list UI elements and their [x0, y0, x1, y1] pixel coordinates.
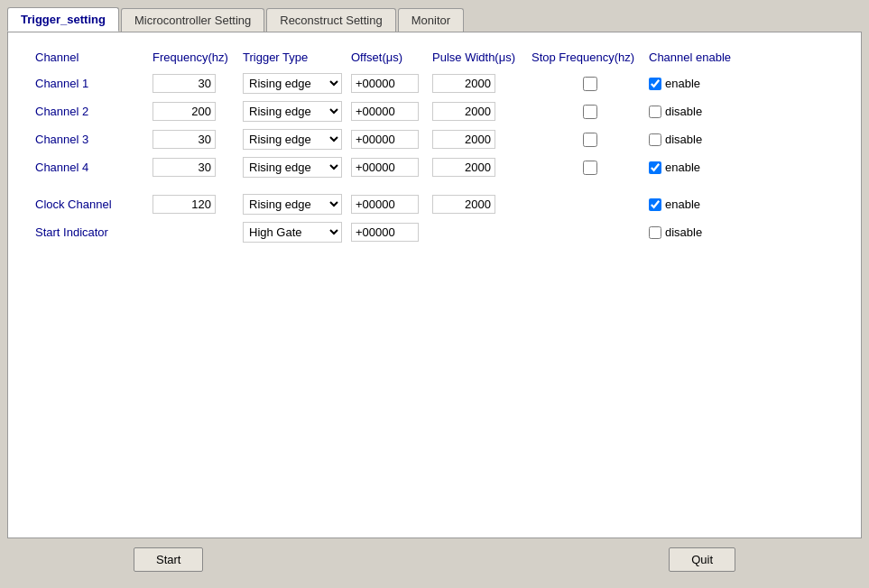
start-indicator-enable-checkbox[interactable]: [649, 226, 661, 239]
header-trigger-type: Trigger Type: [243, 51, 351, 64]
column-headers: Channel Frequency(hz) Trigger Type Offse…: [35, 51, 834, 64]
channel-1-label: Channel 1: [35, 77, 153, 90]
channel-4-pulse-input[interactable]: [432, 158, 495, 177]
channel-3-trigger-select[interactable]: Rising edge Falling edge High Gate Low G…: [243, 129, 342, 150]
channel-3-offset-input[interactable]: [351, 130, 419, 149]
channel-4-enable-label: enable: [665, 161, 700, 174]
channel-rows: Channel 1 Rising edge Falling edge High …: [35, 73, 834, 178]
channel-row-4: Channel 4 Rising edge Falling edge High …: [35, 157, 834, 178]
channel-2-pulse-input[interactable]: [432, 102, 495, 121]
channel-1-enable-label: enable: [665, 77, 700, 90]
channel-1-trigger-select[interactable]: Rising edge Falling edge High Gate Low G…: [243, 73, 342, 94]
clock-channel-row: Clock Channel Rising edge Falling edge H…: [35, 194, 834, 215]
channel-3-stop-checkbox[interactable]: [583, 133, 597, 147]
header-frequency: Frequency(hz): [153, 51, 243, 64]
panel-content: Channel Frequency(hz) Trigger Type Offse…: [7, 32, 862, 538]
channel-3-label: Channel 3: [35, 133, 153, 146]
start-indicator-row: Start Indicator Rising edge Falling edge…: [35, 222, 834, 243]
channel-2-offset-input[interactable]: [351, 102, 419, 121]
channel-1-freq-input[interactable]: [153, 74, 216, 93]
clock-channel-freq-input[interactable]: [153, 195, 216, 214]
channel-4-offset-input[interactable]: [351, 158, 419, 177]
start-button[interactable]: Start: [134, 547, 203, 572]
tab-bar: Trigger_setting Microcontroller Setting …: [7, 7, 862, 32]
tab-reconstruct[interactable]: Reconstruct Setting: [266, 8, 395, 32]
bottom-bar: Start Quit: [7, 538, 862, 581]
channel-3-enable-label: disable: [665, 133, 702, 146]
channel-3-pulse-input[interactable]: [432, 130, 495, 149]
channel-4-label: Channel 4: [35, 161, 153, 174]
start-indicator-offset-input[interactable]: [351, 223, 419, 242]
start-indicator-enable-label: disable: [665, 225, 702, 239]
tab-microcontroller[interactable]: Microcontroller Setting: [121, 8, 264, 32]
clock-channel-pulse-input[interactable]: [432, 195, 495, 214]
clock-channel-label: Clock Channel: [35, 198, 153, 211]
tab-trigger[interactable]: Trigger_setting: [7, 7, 119, 32]
channel-2-stop-checkbox[interactable]: [583, 105, 597, 119]
clock-channel-enable-label: enable: [665, 198, 700, 211]
channel-3-freq-input[interactable]: [153, 130, 216, 149]
channel-row-2: Channel 2 Rising edge Falling edge High …: [35, 101, 834, 122]
channel-1-enable-checkbox[interactable]: [649, 78, 661, 90]
clock-channel-trigger-select[interactable]: Rising edge Falling edge High Gate Low G…: [243, 194, 342, 215]
tab-monitor[interactable]: Monitor: [398, 8, 464, 32]
channel-row-3: Channel 3 Rising edge Falling edge High …: [35, 129, 834, 150]
main-container: Trigger_setting Microcontroller Setting …: [7, 7, 862, 538]
header-stop-frequency: Stop Frequency(hz): [532, 51, 649, 64]
clock-channel-enable-checkbox[interactable]: [649, 198, 661, 211]
quit-button[interactable]: Quit: [669, 547, 735, 572]
channel-2-freq-input[interactable]: [153, 102, 216, 121]
header-channel-enable: Channel enable: [649, 51, 757, 64]
channel-4-freq-input[interactable]: [153, 158, 216, 177]
channel-1-offset-input[interactable]: [351, 74, 419, 93]
start-indicator-label: Start Indicator: [35, 225, 153, 239]
start-indicator-trigger-select[interactable]: Rising edge Falling edge High Gate Low G…: [243, 222, 342, 243]
channel-4-stop-checkbox[interactable]: [583, 161, 597, 175]
channel-4-enable-checkbox[interactable]: [649, 161, 661, 174]
channel-2-trigger-select[interactable]: Rising edge Falling edge High Gate Low G…: [243, 101, 342, 122]
header-offset: Offset(μs): [351, 51, 432, 64]
channel-1-stop-checkbox[interactable]: [583, 77, 597, 91]
header-pulse-width: Pulse Width(μs): [432, 51, 532, 64]
channel-4-trigger-select[interactable]: Rising edge Falling edge High Gate Low G…: [243, 157, 342, 178]
channel-2-enable-checkbox[interactable]: [649, 106, 661, 118]
channel-1-pulse-input[interactable]: [432, 74, 495, 93]
channel-2-enable-label: disable: [665, 105, 702, 118]
header-channel: Channel: [35, 51, 153, 64]
clock-channel-offset-input[interactable]: [351, 195, 419, 214]
channel-row-1: Channel 1 Rising edge Falling edge High …: [35, 73, 834, 94]
channel-2-label: Channel 2: [35, 105, 153, 118]
channel-3-enable-checkbox[interactable]: [649, 133, 661, 146]
